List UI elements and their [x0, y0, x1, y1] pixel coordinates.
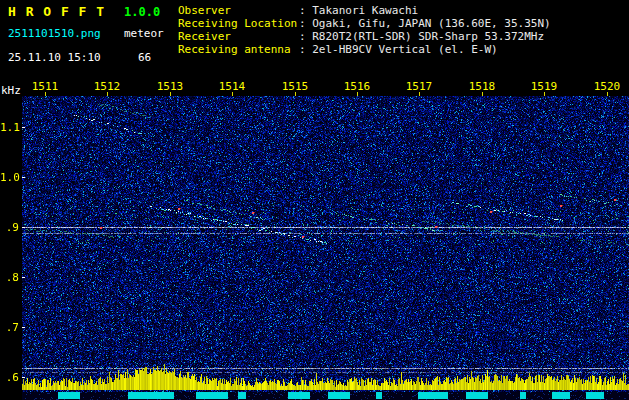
info-label: Observer [178, 4, 299, 17]
info-value: : R820T2(RTL-SDR) SDR-Sharp 53.372MHz [299, 30, 544, 43]
output-filename: 2511101510.png [8, 27, 101, 40]
app-version: 1.0.0 [124, 5, 160, 19]
minute-tick [107, 92, 108, 96]
info-label: Receiving Location [178, 17, 299, 30]
freq-label: .9 [0, 221, 19, 234]
hrofft-window: H R O F F T 1.0.0 2511101510.png meteor … [0, 0, 629, 400]
minute-tick [45, 92, 46, 96]
info-row-observer: Observer : Takanori Kawachi [178, 4, 551, 17]
freq-label: .7 [0, 321, 19, 334]
minute-tick [544, 92, 545, 96]
info-value: : Ogaki, Gifu, JAPAN (136.60E, 35.35N) [299, 17, 551, 30]
echo-count: 66 [138, 51, 151, 64]
app-title: H R O F F T [8, 4, 105, 19]
minute-tick [607, 92, 608, 96]
freq-label: 1.1 [0, 121, 19, 134]
info-value: : 2el-HB9CV Vertical (el. E-W) [299, 43, 498, 56]
info-row-antenna: Receiving antenna : 2el-HB9CV Vertical (… [178, 43, 551, 56]
info-label: Receiving antenna [178, 43, 299, 56]
spectrogram-canvas [22, 96, 629, 400]
minute-tick [295, 92, 296, 96]
minute-tick [482, 92, 483, 96]
freq-label: 1.0 [0, 171, 19, 184]
freq-label: .6 [0, 371, 19, 384]
minute-tick [232, 92, 233, 96]
freq-label: .8 [0, 271, 19, 284]
minute-tick [357, 92, 358, 96]
info-row-location: Receiving Location : Ogaki, Gifu, JAPAN … [178, 17, 551, 30]
mode-label: meteor [124, 27, 164, 40]
freq-unit-label: kHz [1, 84, 21, 97]
info-label: Receiver [178, 30, 299, 43]
info-row-receiver: Receiver : R820T2(RTL-SDR) SDR-Sharp 53.… [178, 30, 551, 43]
station-info: Observer : Takanori Kawachi Receiving Lo… [178, 4, 551, 56]
info-value: : Takanori Kawachi [299, 4, 418, 17]
minute-tick [419, 92, 420, 96]
minute-tick [170, 92, 171, 96]
datetime-label: 25.11.10 15:10 [8, 51, 101, 64]
